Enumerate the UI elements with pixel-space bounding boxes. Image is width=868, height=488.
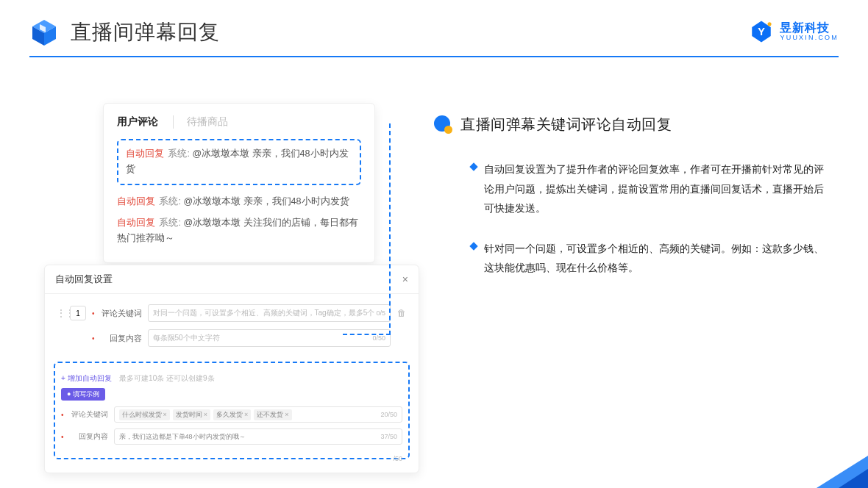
keyword-count: 0/5 xyxy=(376,309,385,317)
settings-title: 自动回复设置 xyxy=(55,273,113,286)
ex-keyword-label: 评论关键词 xyxy=(70,409,108,420)
tab-pending-goods[interactable]: 待播商品 xyxy=(173,115,228,129)
auto-reply-settings-dialog: 自动回复设置 × ⋮⋮ 1 • 评论关键词 对同一个问题，可设置多个相近、高频的… xyxy=(44,265,419,473)
highlighted-reply: 自动回复 系统: @冰墩墩本墩 亲亲，我们48小时内发货 xyxy=(117,139,361,185)
auto-reply-tag: 自动回复 xyxy=(117,196,155,207)
keyword-chip[interactable]: 多久发货× xyxy=(213,409,251,420)
ex-content-label: 回复内容 xyxy=(70,431,108,442)
corner-decoration xyxy=(839,469,868,488)
brand-name-en: YUUXIN.COM xyxy=(780,34,839,42)
ex-content-text: 亲，我们这边都是下单48小时内发货的哦～ xyxy=(119,432,246,442)
delete-icon[interactable]: 🗑 xyxy=(396,308,407,318)
required-dot: • xyxy=(92,334,95,342)
system-label: 系统: xyxy=(159,218,180,228)
add-auto-reply-link[interactable]: + 增加自动回复 xyxy=(61,374,112,382)
rule-index: 1 xyxy=(70,306,86,320)
svg-text:Y: Y xyxy=(758,26,766,37)
ex-content-count: 37/50 xyxy=(380,433,397,440)
section-subtitle: 直播间弹幕关键词评论自动回复 xyxy=(460,115,672,134)
add-note: 最多可建10条 还可以创建9条 xyxy=(119,374,214,382)
ex-keyword-count: 20/50 xyxy=(380,411,397,418)
example-badge: ● 填写示例 xyxy=(61,388,105,401)
example-highlight: + 增加自动回复 最多可建10条 还可以创建9条 ● 填写示例 • 评论关键词 … xyxy=(54,362,410,459)
keyword-input[interactable]: 对同一个问题，可设置多个相近、高频的关键词，Tag确定，最多5个 0/5 xyxy=(148,304,391,322)
diamond-bullet-icon xyxy=(469,242,477,250)
close-icon[interactable]: × xyxy=(402,273,408,285)
content-label: 回复内容 xyxy=(101,333,142,344)
required-dot: • xyxy=(61,433,64,441)
ex-content-input[interactable]: 亲，我们这边都是下单48小时内发货的哦～ 37/50 xyxy=(114,428,402,445)
section-bullet-icon xyxy=(434,115,453,134)
keyword-placeholder: 对同一个问题，可设置多个相近、高频的关键词，Tag确定，最多5个 xyxy=(153,308,375,318)
keyword-chip[interactable]: 什么时候发货× xyxy=(119,409,170,420)
cube-icon xyxy=(29,18,59,47)
auto-reply-tag: 自动回复 xyxy=(117,218,155,228)
stray-count: /50 xyxy=(393,455,402,462)
bullet-text-2: 针对同一个问题，可设置多个相近的、高频的关键词。例如：这款多少钱、这块能优惠吗、… xyxy=(484,239,830,278)
comments-panel: 用户评论 待播商品 自动回复 系统: @冰墩墩本墩 亲亲，我们48小时内发货 自… xyxy=(103,103,375,263)
required-dot: • xyxy=(92,309,95,317)
tab-user-comments[interactable]: 用户评论 xyxy=(117,115,158,129)
content-input[interactable]: 每条限50个中文字符 0/50 xyxy=(148,329,391,347)
content-count: 0/50 xyxy=(372,334,385,342)
bullet-text-1: 自动回复设置为了提升作者的评论回复效率，作者可在开播前针对常见的评论用户问题，提… xyxy=(484,159,830,218)
keyword-chip[interactable]: 发货时间× xyxy=(173,409,210,420)
brand-logo: Y 昱新科技 YUUXIN.COM xyxy=(749,19,839,44)
content-placeholder: 每条限50个中文字符 xyxy=(153,333,220,343)
brand-name-cn: 昱新科技 xyxy=(780,22,839,34)
svg-point-5 xyxy=(768,22,772,26)
keyword-chip[interactable]: 还不发货× xyxy=(254,409,291,420)
system-label: 系统: xyxy=(168,148,189,159)
header-divider xyxy=(29,56,839,57)
diamond-bullet-icon xyxy=(469,162,477,171)
drag-handle-icon[interactable]: ⋮⋮ xyxy=(57,308,64,318)
required-dot: • xyxy=(61,411,64,419)
system-label: 系统: xyxy=(159,196,180,207)
reply-body: @冰墩墩本墩 亲亲，我们48小时内发货 xyxy=(183,196,349,207)
auto-reply-tag: 自动回复 xyxy=(126,148,164,159)
page-title: 直播间弹幕回复 xyxy=(71,18,220,46)
keyword-label: 评论关键词 xyxy=(101,308,142,319)
ex-keyword-input[interactable]: 什么时候发货×发货时间×多久发货×还不发货× 20/50 xyxy=(114,406,402,423)
